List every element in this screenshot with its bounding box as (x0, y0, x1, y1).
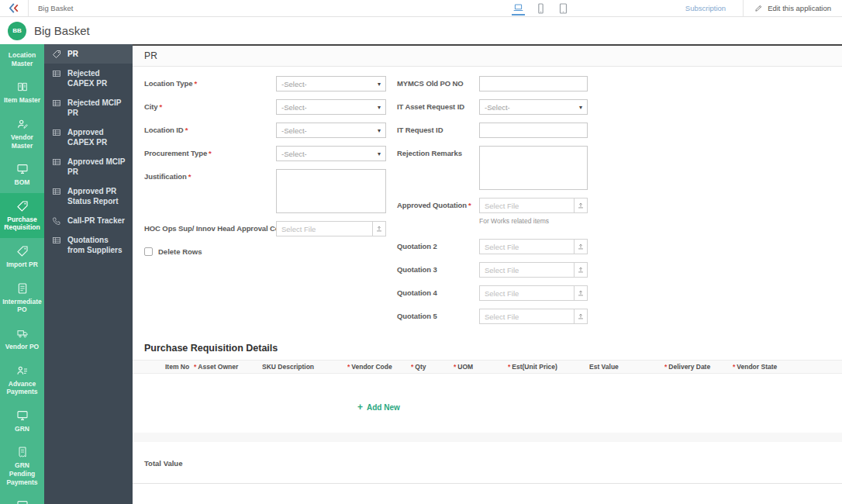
subsidebar-item-rejected-capex-pr[interactable]: Rejected CAPEX PR (44, 64, 133, 93)
procurement-type-select[interactable]: -Select-▾ (276, 146, 386, 161)
sidebar-item-label: BOM (15, 178, 30, 187)
location-id-select[interactable]: -Select-▾ (276, 123, 386, 138)
upload-icon[interactable] (574, 239, 588, 254)
column-delivery-date: *Delivery Date (664, 363, 733, 371)
upload-icon[interactable] (372, 221, 386, 236)
required-asterisk: * (209, 149, 212, 157)
delete-rows-label: Delete Rows (158, 247, 202, 256)
table-icon (52, 157, 61, 167)
quotation-2-file-input[interactable]: Select File (479, 239, 574, 254)
device-mobile-button[interactable] (534, 2, 547, 16)
form-field-row: IT Request ID (397, 123, 723, 138)
subsidebar-item-label: PR (67, 49, 78, 59)
edit-application-button[interactable]: Edit this application (743, 0, 842, 16)
upload-icon[interactable] (574, 309, 588, 324)
subsidebar-item-quotations-from-suppliers[interactable]: Quotations from Suppliers (44, 230, 133, 260)
sidebar-item-vendor-po[interactable]: Vendor PO (0, 320, 44, 357)
required-asterisk: * (411, 363, 413, 371)
it-asset-request-id-select[interactable]: -Select-▾ (479, 99, 588, 115)
field-label: IT Request ID (397, 123, 479, 138)
field-label: Quotation 5 (397, 309, 479, 324)
subsidebar-item-approved-pr-status-report[interactable]: Approved PR Status Report (44, 181, 133, 211)
select-placeholder: -Select- (281, 126, 307, 135)
form-field-row: Procurement Type*-Select-▾ (144, 146, 397, 161)
sidebar-item-label: Advance Payments (2, 380, 43, 396)
required-asterisk: * (194, 363, 196, 371)
column-asset-owner: *Asset Owner (194, 363, 262, 371)
required-asterisk: * (160, 102, 163, 111)
field-label: Quotation 3 (397, 262, 479, 278)
subscription-link[interactable]: Subscription (668, 4, 743, 12)
subsidebar-item-label: Approved PR Status Report (67, 186, 126, 206)
quotation-5-file-input[interactable]: Select File (479, 309, 574, 324)
table-icon (52, 187, 61, 196)
sidebar-item-item-master[interactable]: Item Master (0, 74, 44, 111)
form-field-row: Rejection Remarks (397, 146, 723, 190)
required-asterisk: * (664, 363, 667, 371)
column-vendor-state: *Vendor State (733, 363, 826, 371)
required-asterisk: * (347, 363, 350, 371)
column-est-unit-price: *Est(Unit Price) (508, 363, 589, 371)
sidebar-item-label: Intermediate PO (2, 298, 43, 314)
quotation-3-file-input[interactable]: Select File (479, 262, 574, 278)
select-placeholder: -Select- (485, 103, 510, 112)
subsidebar-item-pr[interactable]: PR (44, 44, 133, 64)
add-new-button[interactable]: + Add New (357, 402, 412, 413)
sidebar-item-label: Vendor Master (2, 133, 43, 150)
required-asterisk: * (194, 79, 197, 88)
sidebar-item-import-pr[interactable]: Import PR (0, 238, 44, 275)
field-label: Location Type* (144, 76, 276, 91)
sidebar-item-bom[interactable]: BOM (0, 156, 44, 193)
upload-icon[interactable] (574, 262, 588, 278)
sidebar-item-location-master[interactable]: Location Master (0, 44, 44, 74)
device-preview-switcher (512, 0, 570, 17)
sidebar-item-grn-pending-payments[interactable]: GRN Pending Payments (0, 439, 44, 492)
truck-icon (16, 327, 29, 340)
select-placeholder: -Select- (281, 150, 307, 158)
field-label: Procurement Type* (144, 146, 276, 161)
upload-icon[interactable] (574, 198, 588, 213)
mymcs-old-po-no-input[interactable] (479, 76, 588, 91)
book-icon (16, 81, 29, 93)
sidebar-item-purchase-requisition[interactable]: Purchase Requisition (0, 193, 44, 238)
subsidebar-item-approved-mcip-pr[interactable]: Approved MCIP PR (44, 152, 133, 181)
field-label: Quotation 4 (397, 285, 479, 301)
file-placeholder: Select File (485, 289, 519, 298)
delete-rows-checkbox[interactable] (144, 247, 153, 256)
phone-icon (52, 216, 61, 226)
sidebar-item-asset-transfer[interactable]: Asset Transfer (0, 492, 44, 504)
subsidebar-item-approved-capex-pr[interactable]: Approved CAPEX PR (44, 123, 133, 152)
column-vendor-code: *Vendor Code (347, 363, 411, 371)
tag-icon (16, 245, 29, 257)
form-field-row: HOC Ops Sup/ Innov Head Approval CopySel… (144, 221, 397, 236)
rejection-remarks-textarea[interactable] (479, 146, 588, 190)
city-select[interactable]: -Select-▾ (276, 99, 386, 115)
it-request-id-input[interactable] (479, 123, 588, 138)
form-field-row: Justification* (144, 169, 397, 213)
justification-textarea[interactable] (276, 169, 386, 213)
sidebar-item-advance-payments[interactable]: Advance Payments (0, 357, 44, 402)
table-icon (52, 98, 61, 108)
subsidebar-item-call-pr-tracker[interactable]: Call-PR Tracker (44, 211, 133, 230)
chevron-down-icon: ▾ (378, 127, 381, 134)
device-laptop-button[interactable] (512, 2, 525, 16)
select-placeholder: -Select- (281, 103, 307, 112)
subsidebar-item-rejected-mcip-pr[interactable]: Rejected MCIP PR (44, 93, 133, 123)
sidebar-item-grn[interactable]: GRN (0, 402, 44, 440)
column-qty: *Qty (411, 363, 454, 371)
details-section-title: Purchase Requisition Details (133, 332, 842, 360)
column-item-no: Item No (165, 363, 194, 371)
sidebar-item-vendor-master[interactable]: Vendor Master (0, 111, 44, 156)
form-left-column: Location Type*-Select-▾City*-Select-▾Loc… (144, 76, 397, 332)
upload-icon[interactable] (574, 285, 588, 301)
required-asterisk: * (188, 172, 192, 181)
location-type-select[interactable]: -Select-▾ (276, 76, 386, 91)
approved-quotation-file-input[interactable]: Select File (479, 198, 574, 213)
device-tablet-button[interactable] (557, 2, 570, 16)
field-hint: For Works related items (479, 217, 588, 225)
hoc-ops-sup-innov-head-approval-copy-file-input[interactable]: Select File (276, 221, 372, 236)
person-pen-icon (16, 118, 29, 130)
quotation-4-file-input[interactable]: Select File (479, 285, 574, 301)
sidebar-item-intermediate-po[interactable]: Intermediate PO (0, 275, 44, 320)
required-asterisk: * (185, 126, 188, 134)
